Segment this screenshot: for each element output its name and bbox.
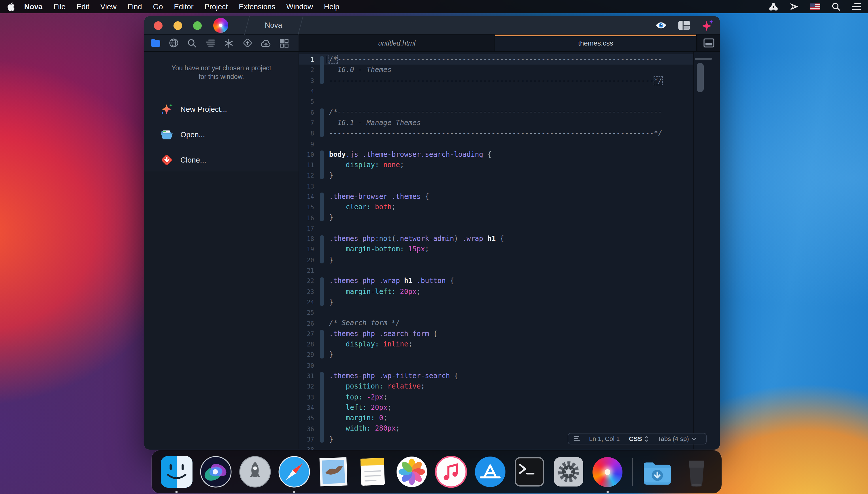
code-line-7[interactable]: 7 16.1 - Manage Themes	[299, 118, 693, 128]
code-line-14[interactable]: 14.theme-browser .themes {	[299, 191, 693, 202]
fold-gutter	[320, 139, 324, 149]
avast-icon[interactable]	[769, 2, 778, 11]
menu-items: NovaFileEditViewFindGoEditorProjectExten…	[24, 2, 340, 11]
code-line-17[interactable]: 17	[299, 223, 693, 234]
dock-downloads-icon[interactable]	[641, 455, 674, 488]
menu-help[interactable]: Help	[324, 2, 340, 11]
code-line-4[interactable]: 4	[299, 86, 693, 97]
code-line-25[interactable]: 25	[299, 307, 693, 318]
code-line-19[interactable]: 19 margin-bottom: 15px;	[299, 244, 693, 255]
sidebar-action-open[interactable]: Open...	[144, 121, 298, 147]
code-line-11[interactable]: 11 display: none;	[299, 160, 693, 170]
dock-trash-icon[interactable]	[680, 455, 713, 488]
code-line-23[interactable]: 23 margin-left: 20px;	[299, 286, 693, 297]
extensions-sidebar-icon[interactable]	[277, 36, 291, 50]
source-control-sidebar-icon[interactable]	[240, 36, 254, 50]
code-line-29[interactable]: 29}	[299, 349, 693, 360]
new-sparkle-icon[interactable]	[700, 19, 714, 32]
menu-file[interactable]: File	[54, 2, 66, 11]
menu-window[interactable]: Window	[287, 2, 313, 11]
dock-finder-icon[interactable]	[160, 455, 193, 488]
preview-eye-icon[interactable]	[654, 19, 668, 32]
title-bar[interactable]: Nova	[144, 16, 720, 35]
running-indicator	[293, 491, 295, 493]
snippets-sidebar-icon[interactable]	[222, 36, 236, 50]
code-line-3[interactable]: 3---------------------------------------…	[299, 75, 693, 86]
code-line-21[interactable]: 21	[299, 265, 693, 276]
code-line-36[interactable]: 36 width: 280px;	[299, 423, 693, 434]
code-line-28[interactable]: 28 display: inline;	[299, 339, 693, 349]
menu-go[interactable]: Go	[153, 2, 163, 11]
code-line-22[interactable]: 22.themes-php .wrap h1 .button {	[299, 276, 693, 286]
scrollbar-thumb[interactable]	[697, 63, 704, 92]
split-editor-button[interactable]	[697, 35, 720, 51]
cursor-position[interactable]: Ln 1, Col 1	[584, 434, 624, 444]
code-line-5[interactable]: 5	[299, 96, 693, 107]
dock-photos-icon[interactable]	[396, 455, 428, 488]
code-line-8[interactable]: 8---------------------------------------…	[299, 128, 693, 139]
code-line-12[interactable]: 12}	[299, 170, 693, 181]
code-editor[interactable]: 1/*-------------------------------------…	[299, 52, 720, 449]
spotlight-search-icon[interactable]	[832, 2, 840, 11]
list-menu-icon[interactable]	[852, 3, 861, 11]
code-line-18[interactable]: 18.themes-php:not(.network-admin) .wrap …	[299, 233, 693, 244]
dock-terminal-icon[interactable]	[513, 455, 546, 488]
code-line-32[interactable]: 32 position: relative;	[299, 381, 693, 392]
language-selector[interactable]: CSS	[624, 434, 653, 444]
sidebar-action-clone[interactable]: Clone...	[144, 147, 298, 172]
minimize-button[interactable]	[173, 21, 182, 30]
indentation-selector[interactable]: Tabs (4 sp)	[653, 434, 701, 444]
menu-editor[interactable]: Editor	[174, 2, 194, 11]
code-line-6[interactable]: 6/*-------------------------------------…	[299, 107, 693, 118]
dock-siri-icon[interactable]	[199, 455, 232, 488]
search-sidebar-icon[interactable]	[185, 36, 199, 50]
code-line-30[interactable]: 30	[299, 360, 693, 370]
line-utilities-icon[interactable]	[568, 434, 584, 444]
dock-safari-icon[interactable]	[278, 455, 311, 488]
dock-launchpad-icon[interactable]	[238, 455, 271, 488]
dock-music-icon[interactable]	[435, 455, 467, 488]
code-line-31[interactable]: 31.themes-php .wp-filter-search {	[299, 370, 693, 381]
code-line-10[interactable]: 10body.js .theme-browser.search-loading …	[299, 149, 693, 160]
sidebar-action-new-project[interactable]: New Project...	[144, 96, 298, 121]
code-line-9[interactable]: 9	[299, 139, 693, 149]
apple-menu-icon[interactable]	[7, 2, 14, 11]
dock-appstore-icon[interactable]	[474, 455, 507, 488]
publish-sidebar-icon[interactable]	[259, 36, 273, 50]
menu-find[interactable]: Find	[128, 2, 142, 11]
code-line-15[interactable]: 15 clear: both;	[299, 202, 693, 212]
code-line-16[interactable]: 16}	[299, 212, 693, 223]
menu-view[interactable]: View	[100, 2, 116, 11]
code-line-24[interactable]: 24}	[299, 297, 693, 307]
new-project-sparkle-icon	[160, 102, 173, 116]
dock-mail-icon[interactable]	[317, 455, 350, 488]
secureline-pointer-icon[interactable]	[790, 2, 799, 11]
symbols-sidebar-icon[interactable]	[204, 36, 217, 50]
web-sidebar-icon[interactable]	[167, 36, 180, 50]
code-line-35[interactable]: 35 margin: 0;	[299, 413, 693, 423]
code-line-27[interactable]: 27.themes-php .search-form {	[299, 328, 693, 339]
code-line-33[interactable]: 33 top: -2px;	[299, 392, 693, 402]
line-content: margin: 0;	[329, 413, 387, 423]
close-button[interactable]	[154, 21, 162, 30]
dock-notes-icon[interactable]	[356, 455, 389, 488]
code-line-13[interactable]: 13	[299, 181, 693, 191]
code-line-1[interactable]: 1/*-------------------------------------…	[299, 54, 693, 65]
dock-sysprefs-icon[interactable]	[552, 455, 585, 488]
menu-project[interactable]: Project	[204, 2, 228, 11]
menu-nova[interactable]: Nova	[24, 2, 43, 11]
tab-themes.css[interactable]: themes.css	[495, 35, 697, 51]
code-line-2[interactable]: 2 16.0 - Themes	[299, 65, 693, 76]
editor-layout-icon[interactable]	[677, 19, 691, 32]
files-sidebar-icon[interactable]	[148, 36, 162, 50]
code-line-26[interactable]: 26/* Search form */	[299, 318, 693, 328]
zoom-button[interactable]	[193, 21, 202, 30]
code-line-38[interactable]: 38	[299, 444, 693, 450]
menu-extensions[interactable]: Extensions	[238, 2, 275, 11]
menu-edit[interactable]: Edit	[77, 2, 90, 11]
code-line-20[interactable]: 20}	[299, 254, 693, 265]
us-flag-input-icon[interactable]	[810, 4, 820, 10]
dock-nova-icon[interactable]	[591, 455, 624, 488]
tab-untitled.html[interactable]: untitled.html	[299, 35, 495, 51]
code-line-34[interactable]: 34 left: 20px;	[299, 402, 693, 413]
